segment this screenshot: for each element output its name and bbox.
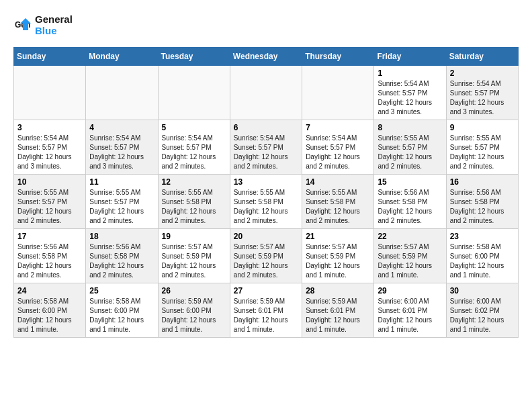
day-number: 15 bbox=[378, 177, 442, 187]
header-cell-wednesday: Wednesday bbox=[230, 48, 302, 66]
day-info: Sunrise: 5:55 AMSunset: 5:58 PMDaylight:… bbox=[162, 188, 226, 226]
calendar-cell: 19Sunrise: 5:57 AMSunset: 5:59 PMDayligh… bbox=[158, 229, 230, 283]
calendar-cell: 21Sunrise: 5:57 AMSunset: 5:59 PMDayligh… bbox=[302, 229, 374, 283]
day-number: 12 bbox=[162, 177, 226, 187]
day-info: Sunrise: 5:55 AMSunset: 5:58 PMDaylight:… bbox=[234, 188, 298, 226]
calendar-cell bbox=[302, 66, 374, 120]
calendar-cell: 17Sunrise: 5:56 AMSunset: 5:58 PMDayligh… bbox=[14, 229, 86, 283]
logo-text: General Blue bbox=[35, 13, 73, 36]
day-info: Sunrise: 5:56 AMSunset: 5:58 PMDaylight:… bbox=[378, 188, 442, 226]
calendar-header-row: SundayMondayTuesdayWednesdayThursdayFrid… bbox=[14, 48, 519, 66]
calendar-cell: 3Sunrise: 5:54 AMSunset: 5:57 PMDaylight… bbox=[14, 120, 86, 175]
day-info: Sunrise: 5:57 AMSunset: 5:59 PMDaylight:… bbox=[306, 242, 370, 280]
day-info: Sunrise: 5:54 AMSunset: 5:57 PMDaylight:… bbox=[450, 79, 515, 117]
day-number: 26 bbox=[162, 286, 226, 295]
calendar-week-4: 17Sunrise: 5:56 AMSunset: 5:58 PMDayligh… bbox=[14, 229, 519, 283]
day-number: 29 bbox=[378, 286, 442, 295]
day-info: Sunrise: 5:56 AMSunset: 5:58 PMDaylight:… bbox=[17, 242, 82, 280]
day-number: 19 bbox=[162, 232, 226, 241]
logo-icon: Gen bbox=[13, 15, 32, 34]
header-cell-tuesday: Tuesday bbox=[158, 48, 230, 66]
day-number: 17 bbox=[17, 232, 82, 241]
day-number: 27 bbox=[234, 286, 298, 295]
calendar-cell: 18Sunrise: 5:56 AMSunset: 5:58 PMDayligh… bbox=[86, 229, 158, 283]
day-number: 28 bbox=[306, 286, 370, 295]
calendar-week-5: 24Sunrise: 5:58 AMSunset: 6:00 PMDayligh… bbox=[14, 283, 519, 338]
day-number: 13 bbox=[234, 177, 298, 187]
calendar-cell: 23Sunrise: 5:58 AMSunset: 6:00 PMDayligh… bbox=[446, 229, 518, 283]
calendar-cell: 26Sunrise: 5:59 AMSunset: 6:00 PMDayligh… bbox=[158, 283, 230, 338]
day-number: 8 bbox=[378, 123, 442, 132]
calendar-week-2: 3Sunrise: 5:54 AMSunset: 5:57 PMDaylight… bbox=[14, 120, 519, 175]
day-number: 6 bbox=[234, 123, 298, 132]
calendar-cell: 16Sunrise: 5:56 AMSunset: 5:58 PMDayligh… bbox=[446, 175, 518, 229]
day-info: Sunrise: 5:59 AMSunset: 6:00 PMDaylight:… bbox=[162, 297, 226, 334]
day-info: Sunrise: 5:56 AMSunset: 5:58 PMDaylight:… bbox=[89, 242, 154, 280]
day-info: Sunrise: 5:57 AMSunset: 5:59 PMDaylight:… bbox=[378, 242, 442, 280]
day-info: Sunrise: 5:54 AMSunset: 5:57 PMDaylight:… bbox=[234, 134, 298, 171]
day-info: Sunrise: 5:58 AMSunset: 6:00 PMDaylight:… bbox=[450, 242, 515, 280]
day-number: 22 bbox=[378, 232, 442, 241]
calendar-cell: 8Sunrise: 5:55 AMSunset: 5:57 PMDaylight… bbox=[374, 120, 446, 175]
day-number: 5 bbox=[162, 123, 226, 132]
calendar-cell bbox=[14, 66, 86, 120]
day-info: Sunrise: 5:56 AMSunset: 5:58 PMDaylight:… bbox=[450, 188, 515, 226]
day-info: Sunrise: 5:57 AMSunset: 5:59 PMDaylight:… bbox=[162, 242, 226, 280]
day-number: 3 bbox=[17, 123, 82, 132]
day-number: 9 bbox=[450, 123, 515, 132]
day-number: 20 bbox=[234, 232, 298, 241]
header-cell-friday: Friday bbox=[374, 48, 446, 66]
day-info: Sunrise: 5:55 AMSunset: 5:57 PMDaylight:… bbox=[378, 134, 442, 171]
header-cell-thursday: Thursday bbox=[302, 48, 374, 66]
calendar-cell bbox=[230, 66, 302, 120]
day-number: 1 bbox=[378, 68, 442, 78]
day-info: Sunrise: 5:54 AMSunset: 5:57 PMDaylight:… bbox=[162, 134, 226, 171]
day-number: 24 bbox=[17, 286, 82, 295]
page-header: Gen General Blue bbox=[13, 13, 519, 36]
calendar-cell: 27Sunrise: 5:59 AMSunset: 6:01 PMDayligh… bbox=[230, 283, 302, 338]
calendar-cell: 22Sunrise: 5:57 AMSunset: 5:59 PMDayligh… bbox=[374, 229, 446, 283]
calendar-cell: 7Sunrise: 5:54 AMSunset: 5:57 PMDaylight… bbox=[302, 120, 374, 175]
calendar-table: SundayMondayTuesdayWednesdayThursdayFrid… bbox=[13, 47, 519, 338]
day-number: 23 bbox=[450, 232, 515, 241]
day-info: Sunrise: 5:59 AMSunset: 6:01 PMDaylight:… bbox=[234, 297, 298, 334]
header-cell-saturday: Saturday bbox=[446, 48, 518, 66]
calendar-cell: 14Sunrise: 5:55 AMSunset: 5:58 PMDayligh… bbox=[302, 175, 374, 229]
day-number: 21 bbox=[306, 232, 370, 241]
day-number: 30 bbox=[450, 286, 515, 295]
day-info: Sunrise: 5:55 AMSunset: 5:57 PMDaylight:… bbox=[450, 134, 515, 171]
calendar-cell: 28Sunrise: 5:59 AMSunset: 6:01 PMDayligh… bbox=[302, 283, 374, 338]
day-info: Sunrise: 6:00 AMSunset: 6:02 PMDaylight:… bbox=[450, 297, 515, 334]
calendar-cell bbox=[86, 66, 158, 120]
calendar-cell: 4Sunrise: 5:54 AMSunset: 5:57 PMDaylight… bbox=[86, 120, 158, 175]
calendar-cell: 29Sunrise: 6:00 AMSunset: 6:01 PMDayligh… bbox=[374, 283, 446, 338]
day-info: Sunrise: 5:55 AMSunset: 5:57 PMDaylight:… bbox=[89, 188, 154, 226]
calendar-cell: 2Sunrise: 5:54 AMSunset: 5:57 PMDaylight… bbox=[446, 66, 518, 120]
calendar-cell: 25Sunrise: 5:58 AMSunset: 6:00 PMDayligh… bbox=[86, 283, 158, 338]
calendar-cell: 20Sunrise: 5:57 AMSunset: 5:59 PMDayligh… bbox=[230, 229, 302, 283]
day-info: Sunrise: 5:59 AMSunset: 6:01 PMDaylight:… bbox=[306, 297, 370, 334]
calendar-week-3: 10Sunrise: 5:55 AMSunset: 5:57 PMDayligh… bbox=[14, 175, 519, 229]
calendar-cell: 1Sunrise: 5:54 AMSunset: 5:57 PMDaylight… bbox=[374, 66, 446, 120]
header-cell-monday: Monday bbox=[86, 48, 158, 66]
calendar-cell: 11Sunrise: 5:55 AMSunset: 5:57 PMDayligh… bbox=[86, 175, 158, 229]
day-number: 14 bbox=[306, 177, 370, 187]
calendar-cell: 12Sunrise: 5:55 AMSunset: 5:58 PMDayligh… bbox=[158, 175, 230, 229]
day-number: 2 bbox=[450, 68, 515, 78]
day-info: Sunrise: 5:54 AMSunset: 5:57 PMDaylight:… bbox=[306, 134, 370, 171]
calendar-cell: 13Sunrise: 5:55 AMSunset: 5:58 PMDayligh… bbox=[230, 175, 302, 229]
day-info: Sunrise: 5:58 AMSunset: 6:00 PMDaylight:… bbox=[17, 297, 82, 334]
day-info: Sunrise: 5:55 AMSunset: 5:58 PMDaylight:… bbox=[306, 188, 370, 226]
calendar-cell bbox=[158, 66, 230, 120]
calendar-cell: 10Sunrise: 5:55 AMSunset: 5:57 PMDayligh… bbox=[14, 175, 86, 229]
day-info: Sunrise: 5:58 AMSunset: 6:00 PMDaylight:… bbox=[89, 297, 154, 334]
calendar-cell: 30Sunrise: 6:00 AMSunset: 6:02 PMDayligh… bbox=[446, 283, 518, 338]
day-number: 4 bbox=[89, 123, 154, 132]
day-number: 7 bbox=[306, 123, 370, 132]
day-number: 10 bbox=[17, 177, 82, 187]
day-number: 16 bbox=[450, 177, 515, 187]
day-info: Sunrise: 5:54 AMSunset: 5:57 PMDaylight:… bbox=[17, 134, 82, 171]
calendar-cell: 24Sunrise: 5:58 AMSunset: 6:00 PMDayligh… bbox=[14, 283, 86, 338]
day-info: Sunrise: 5:54 AMSunset: 5:57 PMDaylight:… bbox=[89, 134, 154, 171]
day-info: Sunrise: 5:54 AMSunset: 5:57 PMDaylight:… bbox=[378, 79, 442, 117]
